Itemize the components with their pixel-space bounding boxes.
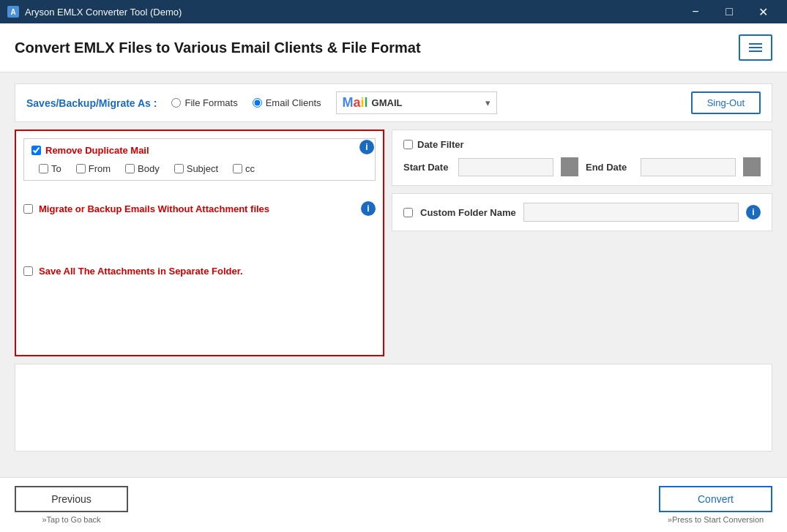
saves-label: Saves/Backup/Migrate As : — [26, 97, 157, 109]
cc-label[interactable]: cc — [245, 163, 255, 174]
title-bar-left: A Aryson EMLX Converter Tool (Demo) — [7, 6, 182, 18]
gmail-dropdown[interactable]: Mail GMAIL ▾ — [336, 91, 497, 114]
save-attachments-label[interactable]: Save All The Attachments in Separate Fol… — [39, 266, 243, 277]
title-bar: A Aryson EMLX Converter Tool (Demo) − □ … — [0, 0, 787, 23]
duplicate-info-icon[interactable]: i — [359, 140, 374, 154]
menu-button[interactable] — [739, 34, 772, 61]
convert-hint: »Press to Start Conversion — [668, 515, 764, 524]
end-date-label: End Date — [586, 162, 633, 173]
dropdown-arrow-icon: ▾ — [485, 97, 491, 108]
hamburger-icon — [749, 43, 762, 52]
cc-checkbox-item: cc — [233, 163, 255, 174]
duplicate-section: Remove Duplicate Mail To From Body — [23, 138, 376, 181]
from-label[interactable]: From — [89, 163, 111, 174]
body-checkbox-item: Body — [125, 163, 160, 174]
bottom-right: Convert »Press to Start Conversion — [659, 486, 772, 524]
email-clients-label[interactable]: Email Clients — [266, 97, 321, 108]
left-panel: Remove Duplicate Mail To From Body — [15, 130, 384, 356]
start-date-calendar-button[interactable] — [561, 157, 578, 176]
main-content: Saves/Backup/Migrate As : File Formats E… — [0, 72, 787, 462]
duplicate-label[interactable]: Remove Duplicate Mail — [45, 145, 149, 156]
cc-checkbox[interactable] — [233, 164, 242, 173]
date-filter-checkbox[interactable] — [403, 140, 413, 149]
custom-folder-section: Custom Folder Name i — [392, 193, 772, 231]
date-filter-section: Date Filter Start Date End Date — [392, 130, 772, 186]
save-attachments-checkbox[interactable] — [23, 266, 33, 276]
minimize-button[interactable]: − — [679, 0, 712, 23]
migrate-info-icon[interactable]: i — [361, 201, 376, 216]
to-checkbox-item: To — [39, 163, 61, 174]
title-bar-controls: − □ ✕ — [679, 0, 780, 23]
email-clients-radio[interactable] — [253, 98, 262, 108]
signout-button[interactable]: Sing-Out — [691, 91, 761, 114]
subject-checkbox[interactable] — [174, 164, 184, 173]
app-title: Convert EMLX Files to Various Email Clie… — [15, 40, 421, 56]
body-label[interactable]: Body — [138, 163, 160, 174]
two-col-layout: Remove Duplicate Mail To From Body — [15, 130, 772, 356]
title-bar-title: Aryson EMLX Converter Tool (Demo) — [25, 7, 182, 18]
file-formats-label[interactable]: File Formats — [184, 97, 237, 108]
log-area — [15, 364, 772, 452]
duplicate-checkbox[interactable] — [31, 146, 41, 155]
duplicate-header: Remove Duplicate Mail — [31, 145, 368, 156]
custom-folder-info-icon[interactable]: i — [746, 205, 761, 220]
top-bar: Saves/Backup/Migrate As : File Formats E… — [15, 83, 772, 122]
date-filter-header: Date Filter — [403, 139, 761, 150]
start-date-label: Start Date — [403, 162, 451, 173]
close-button[interactable]: ✕ — [746, 0, 780, 23]
to-checkbox[interactable] — [39, 164, 48, 173]
start-date-input[interactable] — [458, 158, 553, 176]
migrate-section: Migrate or Backup Emails Without Attachm… — [23, 195, 376, 222]
save-attachments-section: Save All The Attachments in Separate Fol… — [23, 266, 376, 277]
gmail-logo: Mail — [343, 95, 368, 110]
duplicate-fields-row: To From Body Subject — [31, 163, 368, 174]
end-date-calendar-button[interactable] — [743, 157, 761, 176]
bottom-left: Previous »Tap to Go back — [15, 486, 128, 524]
email-clients-radio-group: Email Clients — [253, 97, 321, 108]
from-checkbox[interactable] — [76, 164, 86, 173]
gmail-text: GMAIL — [372, 97, 403, 108]
convert-button[interactable]: Convert — [659, 486, 772, 512]
custom-folder-input[interactable] — [523, 203, 739, 222]
body-checkbox[interactable] — [125, 164, 135, 173]
maximize-button[interactable]: □ — [712, 0, 746, 23]
file-formats-radio-group: File Formats — [171, 97, 237, 108]
date-row: Start Date End Date — [403, 157, 761, 176]
subject-label[interactable]: Subject — [187, 163, 218, 174]
custom-folder-checkbox[interactable] — [403, 208, 413, 217]
migrate-label[interactable]: Migrate or Backup Emails Without Attachm… — [39, 203, 269, 214]
bottom-bar: Previous »Tap to Go back Convert »Press … — [0, 477, 787, 532]
migrate-checkbox[interactable] — [23, 204, 33, 214]
previous-button[interactable]: Previous — [15, 486, 128, 512]
custom-folder-label[interactable]: Custom Folder Name — [420, 207, 516, 218]
gmail-m-icon: Mail — [343, 95, 368, 110]
end-date-input[interactable] — [641, 158, 736, 176]
subject-checkbox-item: Subject — [174, 163, 218, 174]
from-checkbox-item: From — [76, 163, 111, 174]
app-header: Convert EMLX Files to Various Email Clie… — [0, 23, 787, 72]
file-formats-radio[interactable] — [171, 98, 181, 108]
right-panel: Date Filter Start Date End Date Custom F… — [392, 130, 772, 356]
previous-hint: »Tap to Go back — [42, 515, 100, 524]
to-label[interactable]: To — [51, 163, 61, 174]
date-filter-label[interactable]: Date Filter — [417, 139, 464, 150]
app-icon: A — [7, 6, 19, 18]
